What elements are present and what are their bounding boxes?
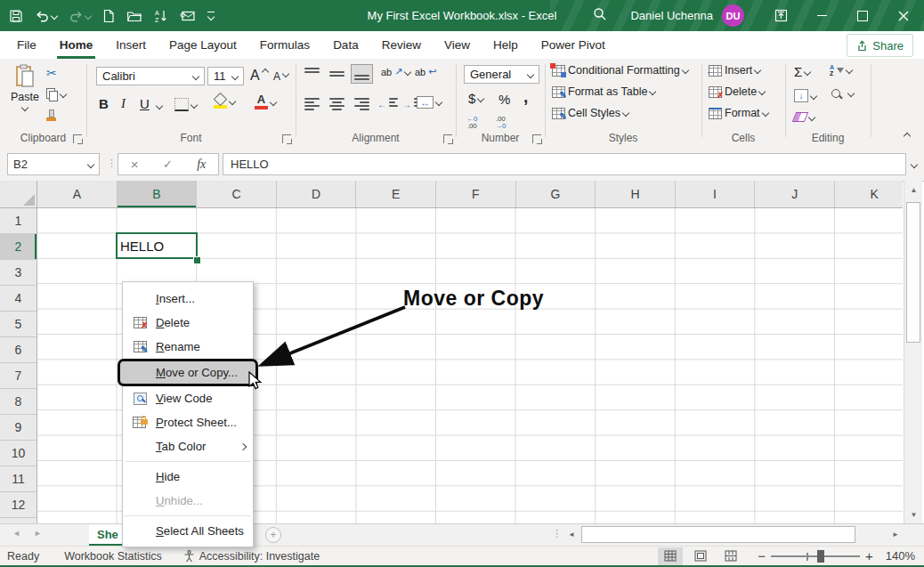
decrease-indent-button[interactable]: ←	[377, 98, 398, 110]
account-area[interactable]: Daniel Uchenna DU	[630, 4, 744, 27]
insert-cells-button[interactable]: ← Insert	[709, 64, 760, 77]
tab-view[interactable]: View	[433, 31, 482, 59]
borders-button[interactable]	[174, 98, 197, 111]
underline-button[interactable]: U	[140, 96, 150, 111]
close-icon[interactable]	[883, 0, 924, 31]
font-dialog-launcher[interactable]	[282, 134, 291, 143]
menu-item-view-code[interactable]: View Code	[123, 386, 253, 410]
column-header-h[interactable]: H	[596, 181, 676, 207]
clear-dropdown-icon[interactable]	[808, 113, 815, 120]
formula-input[interactable]: HELLO	[223, 153, 906, 175]
save-icon[interactable]	[9, 9, 23, 23]
menu-item-rename[interactable]: ✎ Rename	[123, 335, 253, 359]
top-align-button[interactable]	[304, 68, 320, 80]
number-format-combo[interactable]: General	[464, 65, 539, 84]
italic-button[interactable]: I	[121, 96, 126, 111]
zoom-slider-handle[interactable]	[817, 550, 824, 563]
name-box[interactable]: B2	[7, 153, 100, 175]
column-header-i[interactable]: I	[676, 181, 756, 207]
autosum-dropdown-icon[interactable]	[804, 68, 811, 75]
drag-dots-icon[interactable]: ⋮	[107, 158, 117, 169]
menu-item-protect-sheet[interactable]: Protect Sheet...	[123, 410, 253, 434]
column-header-k[interactable]: K	[835, 181, 903, 207]
merge-center-button[interactable]: ↔	[417, 96, 442, 109]
grow-font-button[interactable]: A	[250, 68, 268, 84]
cell-styles-button[interactable]: ✎ Cell Styles	[552, 107, 628, 119]
find-select-dropdown-icon[interactable]	[847, 90, 855, 97]
middle-align-button[interactable]	[329, 68, 344, 80]
undo-icon[interactable]	[35, 9, 57, 22]
sort-filter-dropdown-icon[interactable]	[846, 67, 853, 74]
bold-button[interactable]: B	[99, 96, 109, 111]
shrink-font-button[interactable]: A	[273, 70, 288, 83]
delete-cells-button[interactable]: ✗ Delete	[709, 85, 765, 98]
format-as-table-dropdown-icon[interactable]	[649, 88, 656, 95]
accounting-format-button[interactable]: $	[468, 91, 483, 106]
borders-dropdown-icon[interactable]	[190, 101, 198, 108]
row-header-8[interactable]: 8	[0, 389, 36, 415]
center-button[interactable]	[329, 98, 344, 110]
sort-filter-button[interactable]: AZ	[830, 64, 852, 77]
column-header-a[interactable]: A	[37, 181, 118, 207]
font-color-button[interactable]: A	[255, 94, 276, 109]
tab-power-pivot[interactable]: Power Pivot	[530, 31, 617, 59]
zoom-slider[interactable]	[771, 550, 860, 563]
menu-item-tab-color[interactable]: Tab Color	[123, 434, 253, 458]
tab-data[interactable]: Data	[321, 31, 370, 59]
undo-dropdown-icon[interactable]	[51, 12, 58, 19]
open-icon[interactable]	[126, 10, 142, 22]
row-header-6[interactable]: 6	[0, 337, 36, 363]
percent-style-button[interactable]: %	[498, 92, 510, 107]
row-header-12[interactable]: 12	[0, 492, 36, 518]
tab-help[interactable]: Help	[482, 31, 530, 59]
tab-file[interactable]: File	[5, 31, 48, 59]
font-color-dropdown-icon[interactable]	[270, 98, 277, 105]
expand-formula-bar-icon[interactable]	[911, 161, 918, 168]
fill-dropdown-icon[interactable]	[810, 92, 817, 99]
horizontal-scroll-thumb[interactable]	[581, 526, 855, 543]
underline-dropdown-icon[interactable]	[156, 102, 163, 109]
menu-item-delete[interactable]: ✗ Delete	[123, 311, 253, 335]
column-header-g[interactable]: G	[516, 181, 596, 207]
row-header-3[interactable]: 3	[0, 260, 36, 286]
autosum-button[interactable]: Σ	[794, 64, 810, 79]
conditional-formatting-button[interactable]: Conditional Formatting	[552, 64, 688, 77]
customize-qat-icon[interactable]	[207, 12, 215, 20]
format-as-table-button[interactable]: ✎ Format as Table	[552, 85, 655, 98]
align-left-button[interactable]	[304, 98, 320, 110]
row-header-5[interactable]: 5	[0, 312, 36, 337]
clipboard-dialog-launcher[interactable]	[73, 134, 82, 143]
column-header-j[interactable]: J	[755, 181, 835, 207]
insert-function-icon[interactable]: fx	[197, 158, 206, 172]
fill-color-dropdown-icon[interactable]	[229, 98, 236, 105]
bottom-align-button[interactable]	[351, 64, 373, 84]
paste-dropdown-icon[interactable]	[21, 104, 28, 111]
column-header-b[interactable]: B	[118, 181, 198, 207]
fill-button[interactable]: ↓	[794, 89, 816, 102]
merge-center-dropdown-icon[interactable]	[435, 99, 442, 106]
wrap-text-button[interactable]: ab↩	[415, 66, 436, 77]
row-header-11[interactable]: 11	[0, 466, 36, 492]
row-header-10[interactable]: 10	[0, 441, 36, 466]
maximize-icon[interactable]	[842, 0, 883, 31]
sort-az-icon[interactable]: AZ	[154, 9, 168, 23]
delete-cells-dropdown-icon[interactable]	[758, 88, 766, 95]
horizontal-scrollbar[interactable]: ◄ ►	[566, 526, 903, 544]
email-icon[interactable]	[180, 10, 196, 22]
column-header-f[interactable]: F	[436, 181, 516, 207]
tabbar-drag-dots-icon[interactable]: ⋮	[552, 528, 562, 539]
new-sheet-button[interactable]: +	[265, 527, 281, 543]
row-header-9[interactable]: 9	[0, 415, 36, 441]
sheet-nav-left-icon[interactable]: ◄	[12, 529, 20, 538]
row-header-7[interactable]: 7	[0, 363, 36, 389]
tab-insert[interactable]: Insert	[104, 31, 158, 59]
avatar[interactable]: DU	[722, 4, 744, 27]
conditional-formatting-dropdown-icon[interactable]	[682, 67, 689, 74]
page-break-view-button[interactable]	[718, 547, 743, 565]
select-all-corner[interactable]	[0, 181, 37, 208]
copy-dropdown-icon[interactable]	[60, 90, 67, 97]
row-header-4[interactable]: 4	[0, 286, 36, 312]
column-header-e[interactable]: E	[356, 181, 436, 207]
alignment-dialog-launcher[interactable]	[443, 134, 452, 143]
new-file-icon[interactable]	[102, 9, 115, 23]
